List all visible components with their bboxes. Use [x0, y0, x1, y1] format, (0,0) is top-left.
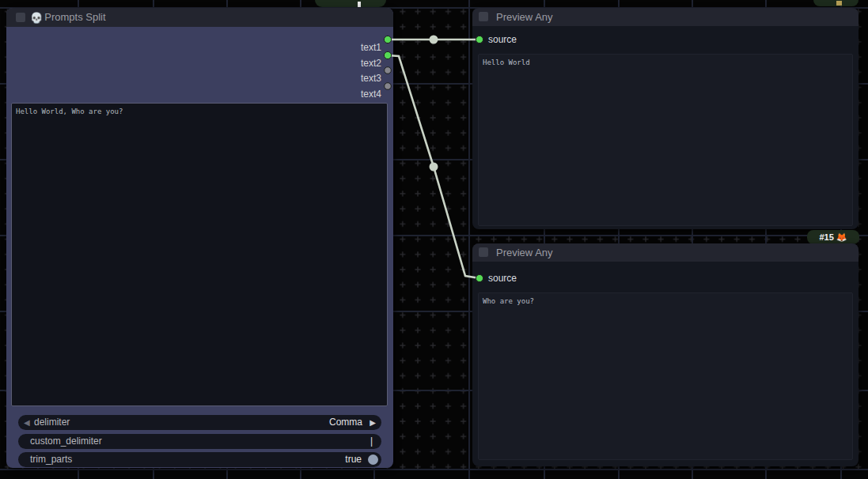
widget-value: true [345, 452, 362, 467]
link-text2-to-source [388, 55, 479, 278]
output-label-text2: text2 [318, 58, 381, 70]
node-title: 💀 Prompts Split [30, 8, 106, 27]
widget-label: custom_delimiter [30, 434, 102, 449]
preview-output-text[interactable]: Who are you? [478, 292, 853, 460]
combo-right-arrow-icon[interactable]: ▶ [370, 415, 376, 430]
widget-custom-delimiter-input[interactable]: custom_delimiter | [18, 434, 381, 449]
widget-label: delimiter [34, 415, 70, 430]
node-title-bar[interactable]: Preview Any [472, 243, 859, 262]
input-label-source: source [488, 273, 517, 285]
widget-value: | [370, 434, 373, 449]
node-preview-any-2[interactable]: Preview Any source Who are you? [472, 243, 859, 466]
widget-trim-parts-toggle[interactable]: trim_parts true [18, 452, 381, 467]
skull-icon: 💀 [30, 13, 43, 23]
node-title-text: Prompts Split [44, 8, 105, 27]
combo-left-arrow-icon[interactable]: ◀ [24, 415, 30, 430]
node-title: Preview Any [496, 8, 553, 26]
node-title-bar[interactable]: 💀 Prompts Split [6, 8, 393, 27]
node-preview-any-1[interactable]: Preview Any source Hello World #15 🦊 [472, 8, 859, 229]
node-title-text: Preview Any [496, 8, 553, 26]
link-midpoint-dot[interactable] [430, 36, 438, 44]
collapse-toggle[interactable] [479, 12, 488, 21]
widget-label: trim_parts [30, 452, 72, 467]
collapse-toggle[interactable] [479, 247, 488, 257]
node-title-text: Preview Any [496, 243, 553, 262]
offscreen-node-badge [813, 0, 859, 6]
preview-output-text[interactable]: Hello World [478, 54, 853, 226]
toggle-knob[interactable] [368, 454, 378, 465]
input-label-source: source [488, 34, 517, 46]
link-midpoint-dot[interactable] [430, 163, 438, 172]
graph-canvas[interactable]: 💀 Prompts Split text1 text2 text3 text4 … [0, 0, 868, 479]
widget-delimiter-combo[interactable]: ◀ delimiter Comma ▶ [18, 415, 381, 430]
node-title: Preview Any [496, 243, 553, 262]
offscreen-node-badge [315, 0, 386, 7]
node-title-bar[interactable]: Preview Any [472, 8, 859, 26]
output-label-text1: text1 [318, 42, 381, 54]
node-id-badge: #15 🦊 [807, 230, 859, 244]
badge-glyph-fragment [836, 1, 842, 6]
badge-glyph-fragment [358, 2, 361, 7]
widget-value: Comma [329, 415, 362, 430]
output-label-text3: text3 [318, 73, 381, 85]
node-prompts-split[interactable]: 💀 Prompts Split text1 text2 text3 text4 … [6, 8, 393, 468]
output-label-text4: text4 [318, 89, 381, 100]
prompt-text-input[interactable]: Hello World, Who are you? [11, 103, 388, 406]
collapse-toggle[interactable] [16, 13, 25, 22]
